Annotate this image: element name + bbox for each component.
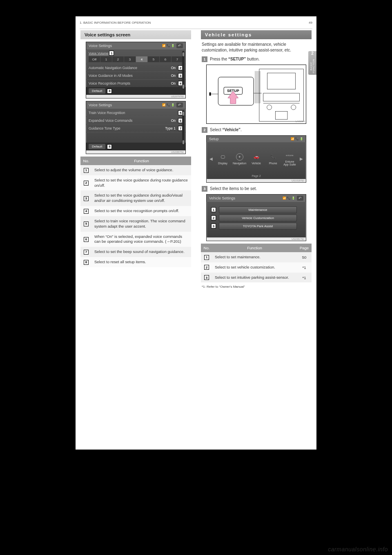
setup-item-navigation[interactable]: ✦ Navigation [232, 153, 247, 165]
step-text: Select the items to be set. [210, 186, 311, 192]
vol-7[interactable]: 7 [172, 56, 183, 62]
watermark: carmanualsonline.info [328, 546, 388, 553]
th-no: No. [201, 244, 212, 252]
setup-item-display[interactable]: 🖵 Display [215, 153, 231, 165]
row-desc: Select to adjust the volume of voice gui… [92, 165, 191, 175]
row-desc: Select to set vehicle customization. [212, 262, 297, 273]
compass-icon: ✦ [236, 153, 243, 161]
status-icons: 📶📞🔋 [162, 44, 175, 47]
back-icon[interactable]: ↶ [176, 43, 183, 48]
vol-6[interactable]: 6 [160, 56, 171, 62]
row-value: On [171, 81, 176, 85]
row-auto-nav[interactable]: Automatic Navigation Guidance On 2 [86, 64, 185, 72]
table-row: 7Select to set the beep sound of navigat… [80, 247, 191, 257]
screen-titlebar: Vehicle Settings 📶📞🔋 ↶ [207, 195, 306, 202]
row-page: *1 [297, 273, 312, 283]
menu-maintenance[interactable]: 1 Maintenance [219, 206, 297, 213]
row-tone[interactable]: Guidance Tone Type Type 1 7 [86, 124, 185, 132]
row-desc: Select to set maintenance. [212, 252, 297, 262]
status-icons: 📶📞🔋 [283, 197, 295, 200]
vol-4[interactable]: 4 [136, 56, 147, 62]
table-row: 1 Select to set maintenance. 50 [201, 252, 312, 262]
menu-customization[interactable]: 2 Vehicle Customization [219, 215, 297, 222]
status-icons: 📶📞🔋 [162, 103, 175, 107]
svg-rect-0 [207, 65, 306, 123]
default-button[interactable]: Default [89, 144, 105, 149]
callout-1: 1 [211, 207, 216, 212]
vol-1[interactable]: 1 [100, 56, 112, 62]
row-value: On [171, 74, 176, 78]
right-column: Vehicle settings Settings are available … [196, 30, 316, 291]
table-row: 8Select to reset all setup items. [80, 257, 191, 267]
row-label: Voice Recognition Prompts [89, 81, 171, 85]
setup-item-vehicle[interactable]: 🚗 Vehicle [248, 153, 264, 165]
row-all-modes[interactable]: Voice Guidance in All Modes On 3 [86, 72, 185, 79]
image-id: US2081TEI [207, 237, 306, 241]
menu-park-assist[interactable]: 3 TOYOTA Park Assist [219, 223, 297, 230]
screen-title: Vehicle Settings [209, 196, 235, 200]
row-desc: Select to set intuitive parking assist-s… [212, 273, 297, 283]
setup-item-entune[interactable]: entune Entune App Suite [282, 152, 298, 166]
row-expanded[interactable]: Expanded Voice Commands On 6 [86, 116, 185, 124]
image-id: US2080TEI [86, 150, 185, 154]
vehicle-settings-heading: Vehicle settings [201, 30, 312, 39]
back-icon[interactable]: ↶ [176, 103, 183, 107]
row-num: 4 [84, 209, 89, 214]
row-desc: Select to set the voice guidance during … [92, 190, 191, 206]
row-num: 3 [204, 275, 209, 280]
row-num: 7 [84, 250, 89, 255]
image-id: US1018TEI [207, 179, 306, 182]
step-3: 3 Select the items to be set. [202, 186, 311, 192]
row-value: Type 1 [165, 126, 176, 130]
row-num: 2 [84, 181, 89, 186]
row-num: 8 [84, 260, 89, 265]
callout-2: 2 [211, 215, 216, 220]
step-2: 2 Select “Vehicle”. [202, 127, 311, 133]
vol-3[interactable]: 3 [124, 56, 136, 62]
setup-item-phone[interactable]: 📞 Phone [265, 153, 281, 165]
table-row: 3Select to set the voice guidance during… [80, 190, 191, 206]
screen-title: Setup [209, 137, 219, 141]
row-label: Automatic Navigation Guidance [89, 66, 171, 70]
screen-title: Voice Settings [89, 44, 112, 48]
table-row: 2Select to set the voice guidance during… [80, 175, 191, 191]
row-label: Train Voice Recognition [89, 111, 176, 115]
table-row: 1Select to adjust the volume of voice gu… [80, 165, 191, 175]
step-text: Press the “SETUP” button. [210, 56, 311, 62]
table-row: 2 Select to set vehicle customization. *… [201, 262, 312, 273]
screen-titlebar: Setup 📶📞🔋 [207, 136, 306, 142]
vol-5[interactable]: 5 [148, 56, 159, 62]
row-recog-prompts[interactable]: Voice Recognition Prompts On 4 [86, 79, 185, 87]
row-num: 5 [84, 222, 89, 226]
entune-icon: entune [286, 152, 294, 159]
row-label: Expanded Voice Commands [89, 119, 171, 123]
callout-8a: 8 [107, 89, 112, 94]
phone-icon: 📞 [270, 153, 277, 161]
screen-footer: Default 8 [86, 143, 185, 150]
arrow-left-icon[interactable]: ◀ [208, 157, 214, 161]
side-tab-num: 2 [311, 51, 314, 56]
step-1: 1 Press the “SETUP” button. [202, 56, 311, 62]
callout-8b: 8 [107, 144, 112, 149]
back-icon[interactable]: ↶ [297, 196, 303, 201]
scrollbar[interactable] [182, 110, 185, 145]
volume-bar[interactable]: Off 1 2 3 4 5 6 7 [89, 56, 183, 62]
row-desc: Select to train voice recognition. The v… [92, 216, 191, 232]
vehicle-settings-screen: Vehicle Settings 📶📞🔋 ↶ 1 Maintenance 2 V… [206, 194, 306, 241]
scrollbar[interactable] [182, 51, 185, 90]
divider [80, 29, 312, 29]
row-num: 1 [84, 168, 89, 173]
arrow-right-icon[interactable]: ▶ [298, 157, 304, 161]
step-num: 3 [202, 186, 207, 192]
table-row: 6When “On” is selected, expanded voice c… [80, 232, 191, 247]
image-id: US2079TEI [86, 95, 185, 98]
table-row: 3 Select to set intuitive parking assist… [201, 273, 312, 283]
row-num: 3 [84, 196, 89, 201]
default-button[interactable]: Default [89, 88, 105, 94]
row-train[interactable]: Train Voice Recognition 5 [86, 109, 185, 116]
vol-off[interactable]: Off [89, 56, 100, 62]
dashboard-illustration: SETUP LA013IN [206, 65, 306, 124]
page-number: 49 [309, 21, 312, 25]
voice-settings-screen-1: Voice Settings 📶📞🔋 ↶ Voice Volume 1 Off … [86, 42, 186, 98]
vol-2[interactable]: 2 [112, 56, 124, 62]
